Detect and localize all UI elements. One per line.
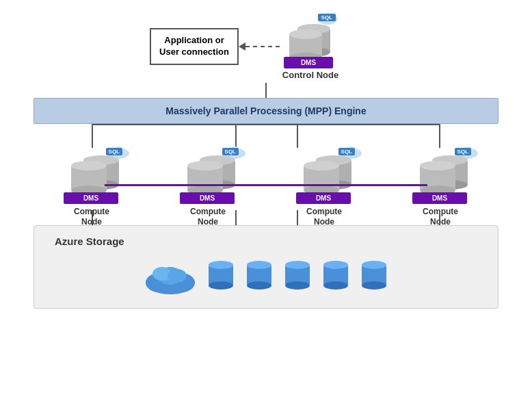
svg-point-70	[362, 281, 386, 290]
svg-point-18	[71, 161, 107, 170]
db-front-4	[416, 160, 459, 196]
v-drop-4	[439, 124, 440, 148]
app-connection-box: Application or User connection	[150, 28, 239, 65]
v-line-bottom-3	[297, 210, 298, 225]
dashed-line	[245, 46, 280, 47]
svg-point-66	[323, 261, 348, 269]
azure-storage-section: Azure Storage	[34, 225, 498, 309]
arrow-left-icon	[239, 42, 245, 51]
dms-badge-4: DMS	[412, 192, 467, 204]
control-node: SQL DMS Control No	[280, 14, 341, 80]
azure-db-3	[282, 258, 312, 292]
h-branch-line	[92, 124, 440, 125]
top-row: Application or User connection	[20, 14, 512, 80]
dms-badge-1: DMS	[64, 192, 118, 204]
dms-badge-control: DMS	[284, 57, 333, 68]
dashed-arrow	[239, 42, 280, 51]
azure-db-5	[359, 258, 389, 292]
sql-badge-4: SQL	[455, 148, 471, 155]
svg-point-57	[209, 261, 233, 269]
dms-badge-3: DMS	[296, 192, 351, 204]
svg-point-67	[323, 281, 348, 290]
sql-badge-1: SQL	[106, 148, 122, 155]
svg-point-63	[285, 261, 310, 269]
azure-storage-label: Azure Storage	[48, 235, 124, 247]
bottom-v-lines	[40, 210, 492, 225]
app-connection-label: Application or User connection	[159, 35, 229, 57]
v-line-bottom-2	[235, 210, 237, 225]
azure-db-1	[206, 258, 236, 292]
svg-point-61	[247, 281, 271, 290]
dms-connector-line	[40, 184, 492, 187]
db-front-1	[68, 160, 110, 196]
control-node-label: Control Node	[282, 70, 338, 80]
db-front-2	[184, 160, 226, 196]
azure-db-4	[321, 258, 351, 292]
sql-badge-2: SQL	[222, 148, 239, 155]
svg-point-69	[362, 261, 386, 269]
svg-point-55	[168, 269, 187, 283]
v-line-bottom-1	[92, 210, 93, 225]
db-front-3	[300, 160, 343, 196]
svg-point-58	[209, 281, 233, 290]
azure-storage-items	[143, 257, 389, 294]
svg-point-28	[187, 161, 223, 170]
diagram-container: Application or User connection	[6, 7, 526, 404]
v-drop-3	[297, 124, 298, 148]
dms-badge-2: DMS	[180, 192, 235, 204]
v-drop-1	[92, 124, 93, 148]
sql-badge-control: SQL	[318, 14, 336, 21]
svg-point-60	[247, 261, 271, 269]
azure-cloud-icon	[143, 257, 198, 294]
sql-badge-3: SQL	[338, 148, 355, 155]
svg-point-38	[304, 161, 339, 170]
v-line-control-mpp	[265, 83, 267, 98]
svg-point-8	[289, 29, 322, 39]
dms-h-line	[105, 184, 427, 186]
mpp-label: Massively Parallel Processing (MPP) Engi…	[165, 105, 366, 116]
azure-db-2	[244, 258, 274, 292]
mpp-bar: Massively Parallel Processing (MPP) Engi…	[34, 98, 498, 124]
svg-point-64	[285, 281, 310, 290]
v-line-bottom-4	[439, 210, 440, 225]
svg-point-48	[420, 161, 455, 170]
